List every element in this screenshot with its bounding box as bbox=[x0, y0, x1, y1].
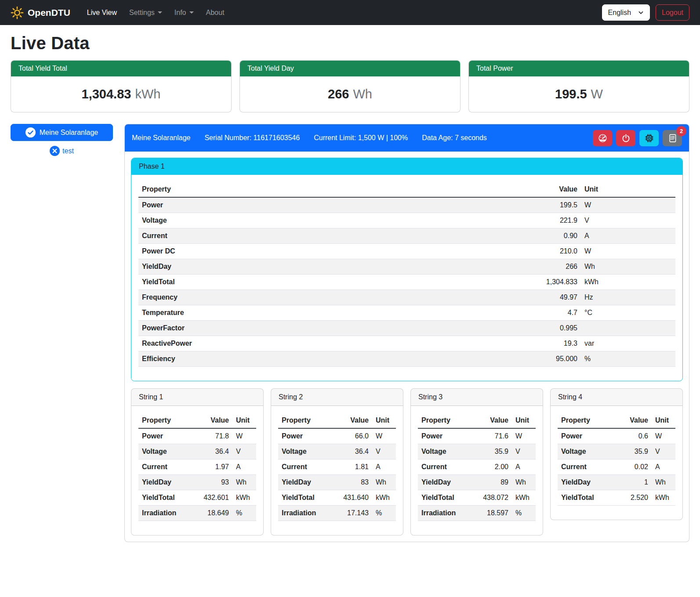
property-cell: Power bbox=[418, 428, 472, 444]
unit-cell: A bbox=[652, 460, 675, 475]
power-icon bbox=[621, 134, 631, 143]
nav-item-settings[interactable]: Settings bbox=[124, 5, 167, 20]
unit-cell: V bbox=[372, 444, 396, 460]
journal-text-icon bbox=[668, 134, 677, 143]
table-row: Temperature4.7°C bbox=[138, 305, 675, 321]
nav-item-live-view[interactable]: Live View bbox=[82, 5, 122, 20]
string-table: PropertyValueUnitPower66.0WVoltage36.4VC… bbox=[278, 413, 396, 521]
unit-cell: % bbox=[372, 506, 396, 521]
table-row: YieldTotal438.072kWh bbox=[418, 490, 536, 506]
power-toggle-button[interactable] bbox=[616, 130, 635, 146]
table-row: YieldDay83Wh bbox=[278, 475, 396, 490]
value-cell: 18.649 bbox=[192, 506, 232, 521]
unit-cell: kWh bbox=[581, 275, 675, 290]
property-cell: Current bbox=[558, 460, 612, 475]
value-cell: 0.995 bbox=[461, 321, 581, 336]
column-header-value: Value bbox=[461, 182, 581, 197]
property-cell: Irradiation bbox=[278, 506, 332, 521]
property-cell: Power bbox=[138, 197, 461, 213]
brand[interactable]: OpenDTU bbox=[11, 6, 70, 19]
unit-cell: V bbox=[581, 213, 675, 228]
unit-cell: Wh bbox=[512, 475, 536, 490]
phase-card-title: Phase 1 bbox=[131, 158, 682, 175]
column-header-unit: Unit bbox=[232, 413, 256, 428]
table-row: ReactivePower19.3var bbox=[138, 336, 675, 351]
language-select[interactable]: English bbox=[602, 4, 650, 21]
unit-cell: W bbox=[372, 428, 396, 444]
value-cell: 93 bbox=[192, 475, 232, 490]
nav-item-about[interactable]: About bbox=[201, 5, 230, 20]
property-cell: Efficiency bbox=[138, 351, 461, 367]
property-cell: Current bbox=[138, 228, 461, 244]
inverter-item-test[interactable]: test bbox=[11, 146, 113, 156]
unit-cell: Wh bbox=[232, 475, 256, 490]
summary-card-body: 1,304.83kWh bbox=[11, 76, 231, 112]
nav-item-info[interactable]: Info bbox=[169, 5, 199, 20]
table-row: Power DC210.0W bbox=[138, 244, 675, 259]
unit-cell: % bbox=[512, 506, 536, 521]
value-cell: 4.7 bbox=[461, 305, 581, 321]
value-cell: 71.8 bbox=[192, 428, 232, 444]
table-header-row: PropertyValueUnit bbox=[418, 413, 536, 428]
device-info-button[interactable] bbox=[639, 130, 659, 146]
phase-card: Phase 1 PropertyValueUnitPower199.5WVolt… bbox=[131, 158, 683, 381]
unit-cell: Wh bbox=[581, 259, 675, 275]
property-cell: ReactivePower bbox=[138, 336, 461, 351]
nav-item-label: Settings bbox=[129, 9, 155, 17]
inverter-select-button[interactable]: Meine Solaranlage bbox=[11, 124, 113, 141]
property-cell: Current bbox=[138, 460, 192, 475]
event-log-button[interactable]: 2 bbox=[663, 130, 682, 146]
table-row: Current0.02A bbox=[558, 460, 675, 475]
column-header-value: Value bbox=[472, 413, 512, 428]
sun-logo-icon bbox=[11, 6, 24, 19]
property-cell: Power bbox=[138, 428, 192, 444]
property-cell: PowerFactor bbox=[138, 321, 461, 336]
limit-settings-button[interactable] bbox=[593, 130, 612, 146]
table-row: Frequency49.97Hz bbox=[138, 290, 675, 305]
nav-item-label: Info bbox=[174, 9, 186, 17]
table-row: YieldDay89Wh bbox=[418, 475, 536, 490]
unit-cell: V bbox=[652, 444, 675, 460]
nav-item-label: Live View bbox=[87, 9, 117, 17]
column-header-property: Property bbox=[558, 413, 612, 428]
unit-cell: W bbox=[581, 244, 675, 259]
table-row: PowerFactor0.995 bbox=[138, 321, 675, 336]
unit-cell: A bbox=[232, 460, 256, 475]
column-header-property: Property bbox=[278, 413, 332, 428]
property-cell: Power DC bbox=[138, 244, 461, 259]
unit-cell: kWh bbox=[372, 490, 396, 506]
property-cell: Voltage bbox=[558, 444, 612, 460]
value-cell: 35.9 bbox=[472, 444, 512, 460]
summary-value: 266 bbox=[328, 87, 349, 101]
property-cell: YieldTotal bbox=[418, 490, 472, 506]
table-row: Power199.5W bbox=[138, 197, 675, 213]
table-row: Current2.00A bbox=[418, 460, 536, 475]
table-row: Current1.81A bbox=[278, 460, 396, 475]
page-title: Live Data bbox=[11, 33, 689, 53]
unit-cell: W bbox=[652, 428, 675, 444]
value-cell: 83 bbox=[332, 475, 372, 490]
value-cell: 71.6 bbox=[472, 428, 512, 444]
unit-cell: V bbox=[232, 444, 256, 460]
unit-cell: kWh bbox=[512, 490, 536, 506]
value-cell: 438.072 bbox=[472, 490, 512, 506]
unit-cell: A bbox=[581, 228, 675, 244]
table-row: Voltage221.9V bbox=[138, 213, 675, 228]
unit-cell: Hz bbox=[581, 290, 675, 305]
value-cell: 432.601 bbox=[192, 490, 232, 506]
check-circle-icon bbox=[25, 127, 36, 137]
logout-button[interactable]: Logout bbox=[656, 4, 689, 21]
value-cell: 18.597 bbox=[472, 506, 512, 521]
property-cell: Power bbox=[558, 428, 612, 444]
value-cell: 89 bbox=[472, 475, 512, 490]
property-cell: Voltage bbox=[418, 444, 472, 460]
value-cell: 49.97 bbox=[461, 290, 581, 305]
column-header-value: Value bbox=[332, 413, 372, 428]
inverter-name: Meine Solaranlage bbox=[132, 134, 190, 142]
property-cell: YieldTotal bbox=[138, 490, 192, 506]
value-cell: 2.520 bbox=[612, 490, 652, 506]
brand-label: OpenDTU bbox=[28, 7, 70, 18]
table-row: Efficiency95.000% bbox=[138, 351, 675, 367]
inverter-item-label: test bbox=[62, 147, 74, 155]
caret-down-icon bbox=[189, 11, 194, 14]
